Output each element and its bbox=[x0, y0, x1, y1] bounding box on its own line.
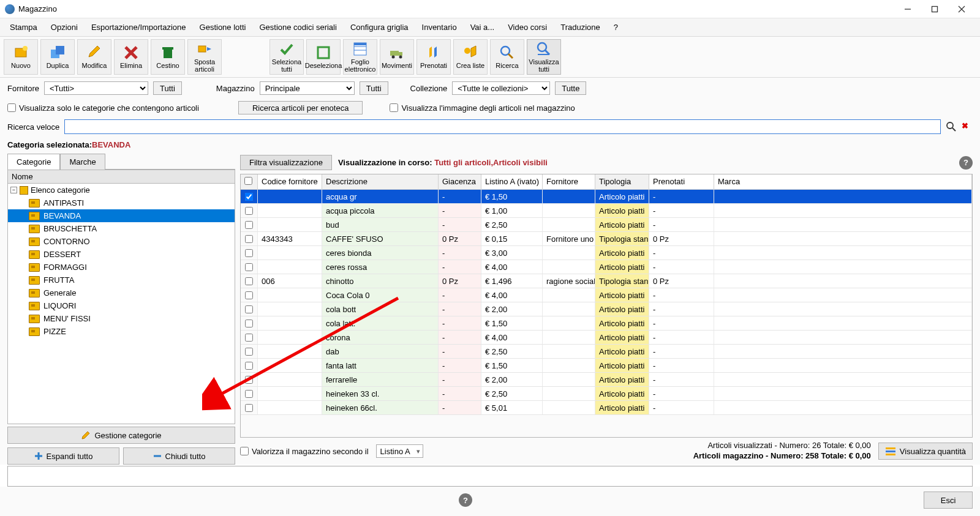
table-row[interactable]: Coca Cola 0-€ 4,00Articolo piatti- bbox=[241, 288, 972, 302]
menu-vai-a[interactable]: Vai a... bbox=[464, 20, 501, 34]
header-prenotati[interactable]: Prenotati bbox=[649, 174, 714, 189]
tool-seleziona-tutti[interactable]: Seleziona tutti bbox=[270, 39, 304, 75]
row-checkbox[interactable] bbox=[241, 316, 258, 330]
collapse-icon[interactable]: − bbox=[10, 187, 17, 193]
tool-cestino[interactable]: Cestino bbox=[151, 39, 185, 75]
tab-marche[interactable]: Marche bbox=[60, 154, 105, 170]
row-checkbox[interactable] bbox=[241, 331, 258, 344]
gestione-categorie-button[interactable]: Gestione categorie bbox=[7, 427, 235, 444]
data-grid[interactable]: Codice fornitore Descrizione Giacenza Li… bbox=[240, 174, 973, 438]
table-row[interactable]: corona-€ 4,00Articolo piatti- bbox=[241, 331, 972, 345]
header-codice[interactable]: Codice fornitore bbox=[258, 174, 322, 189]
tool-prenotati[interactable]: Prenotati bbox=[417, 39, 451, 75]
grid-body[interactable]: acqua gr-€ 1,50Articolo piatti-acqua pic… bbox=[241, 190, 972, 437]
help-icon[interactable]: ? bbox=[959, 156, 973, 170]
tree-item[interactable]: FORMAGGI bbox=[8, 261, 235, 274]
menu-opzioni[interactable]: Opzioni bbox=[45, 20, 84, 34]
row-checkbox[interactable] bbox=[241, 218, 258, 231]
table-row[interactable]: cola latt.-€ 1,50Articolo piatti- bbox=[241, 316, 972, 331]
tab-categorie[interactable]: Categorie bbox=[7, 154, 60, 170]
menu-video-corsi[interactable]: Video corsi bbox=[502, 20, 553, 34]
header-giacenza[interactable]: Giacenza bbox=[439, 174, 481, 189]
table-row[interactable]: acqua gr-€ 1,50Articolo piatti- bbox=[241, 190, 972, 204]
table-row[interactable]: ferrarelle-€ 2,00Articolo piatti- bbox=[241, 373, 972, 387]
tool-movimenti[interactable]: Movimenti bbox=[380, 39, 414, 75]
listino-select[interactable]: Listino A bbox=[376, 444, 423, 458]
tool-crea-liste[interactable]: Crea liste bbox=[453, 39, 488, 75]
menu-traduzione[interactable]: Traduzione bbox=[554, 20, 606, 34]
row-checkbox[interactable] bbox=[241, 302, 258, 316]
row-checkbox[interactable] bbox=[241, 232, 258, 245]
fornitore-select[interactable]: <Tutti> bbox=[44, 81, 148, 95]
menu-gestione-codici[interactable]: Gestione codici seriali bbox=[253, 20, 342, 34]
tree-item[interactable]: Generale bbox=[8, 286, 235, 299]
clear-search-icon[interactable]: ✖ bbox=[962, 121, 973, 132]
row-checkbox[interactable] bbox=[241, 401, 258, 414]
table-row[interactable]: ceres rossa-€ 4,00Articolo piatti- bbox=[241, 260, 972, 274]
tree-item[interactable]: BEVANDA bbox=[8, 209, 235, 222]
tool-nuovo[interactable]: Nuovo bbox=[4, 39, 38, 75]
visualizza-quantita-button[interactable]: Visualizza quantità bbox=[878, 443, 973, 460]
tree-item[interactable]: LIQUORI bbox=[8, 299, 235, 312]
magazzino-tutti-button[interactable]: Tutti bbox=[360, 81, 388, 95]
category-tree[interactable]: − Elenco categorie ANTIPASTIBEVANDABRUSC… bbox=[7, 184, 235, 424]
chiudi-tutto-button[interactable]: Chiudi tutto bbox=[123, 447, 235, 465]
quick-search-input[interactable] bbox=[64, 119, 941, 134]
row-checkbox[interactable] bbox=[241, 359, 258, 372]
menu-stampa[interactable]: Stampa bbox=[4, 20, 43, 34]
row-checkbox[interactable] bbox=[241, 246, 258, 260]
table-row[interactable]: 4343343CAFFE' SFUSO0 Pz€ 0,15Fornitore u… bbox=[241, 232, 972, 246]
filtra-visualizzazione-button[interactable]: Filtra visualizzazione bbox=[240, 155, 332, 170]
visualizza-img-checkbox[interactable]: Visualizza l'immagine degli articoli nel… bbox=[390, 103, 575, 113]
esci-button[interactable]: Esci bbox=[924, 492, 973, 509]
table-row[interactable]: dab-€ 2,50Articolo piatti- bbox=[241, 345, 972, 359]
table-row[interactable]: heineken 66cl.-€ 5,01Articolo piatti- bbox=[241, 401, 972, 415]
tool-modifica[interactable]: Modifica bbox=[77, 39, 111, 75]
header-fornitore[interactable]: Fornitore bbox=[543, 174, 595, 189]
valorizza-checkbox[interactable]: Valorizza il magazzino secondo il bbox=[240, 447, 369, 456]
collezione-select[interactable]: <Tutte le collezioni> bbox=[452, 81, 550, 95]
espandi-tutto-button[interactable]: Espandi tutto bbox=[7, 447, 119, 465]
close-button[interactable] bbox=[948, 0, 975, 18]
search-icon[interactable] bbox=[946, 121, 957, 132]
menu-gestione-lotti[interactable]: Gestione lotti bbox=[194, 20, 252, 34]
row-checkbox[interactable] bbox=[241, 274, 258, 288]
tree-item[interactable]: FRUTTA bbox=[8, 274, 235, 286]
tree-item[interactable]: BRUSCHETTA bbox=[8, 222, 235, 235]
row-checkbox[interactable] bbox=[241, 288, 258, 302]
tree-item[interactable]: DESSERT bbox=[8, 248, 235, 261]
menu-inventario[interactable]: Inventario bbox=[416, 20, 463, 34]
menu-esportazione[interactable]: Esportazione/Importazione bbox=[85, 20, 192, 34]
visualizza-solo-checkbox[interactable]: Visualizza solo le categorie che conteng… bbox=[7, 103, 199, 113]
collezione-tutte-button[interactable]: Tutte bbox=[555, 81, 586, 95]
row-checkbox[interactable] bbox=[241, 204, 258, 217]
row-checkbox[interactable] bbox=[241, 373, 258, 386]
tool-deseleziona[interactable]: Deseleziona bbox=[306, 39, 341, 75]
tree-item[interactable]: PIZZE bbox=[8, 325, 235, 338]
header-descrizione[interactable]: Descrizione bbox=[322, 174, 439, 189]
table-row[interactable]: 006chinotto0 Pz€ 1,496ragione socialeTip… bbox=[241, 274, 972, 288]
table-row[interactable]: acqua piccola-€ 1,00Articolo piatti- bbox=[241, 204, 972, 218]
tool-visualizza-tutti[interactable]: Visualizza tutti bbox=[527, 39, 561, 75]
maximize-button[interactable] bbox=[921, 0, 948, 18]
fornitore-tutti-button[interactable]: Tutti bbox=[153, 81, 182, 95]
help-icon-bottom[interactable]: ? bbox=[459, 493, 472, 507]
ricerca-enoteca-button[interactable]: Ricerca articoli per enoteca bbox=[238, 101, 363, 114]
row-checkbox[interactable] bbox=[241, 260, 258, 274]
header-listino[interactable]: Listino A (ivato) bbox=[481, 174, 543, 189]
tree-item[interactable]: MENU' FISSI bbox=[8, 312, 235, 325]
minimize-button[interactable] bbox=[894, 0, 921, 18]
tool-ricerca[interactable]: Ricerca bbox=[490, 39, 524, 75]
table-row[interactable]: bud-€ 2,50Articolo piatti- bbox=[241, 218, 972, 232]
tool-foglio[interactable]: Foglio elettronico bbox=[343, 39, 377, 75]
magazzino-select[interactable]: Principale bbox=[260, 81, 355, 95]
header-marca[interactable]: Marca bbox=[714, 174, 972, 189]
table-row[interactable]: heineken 33 cl.-€ 2,50Articolo piatti- bbox=[241, 387, 972, 401]
table-row[interactable]: cola bott-€ 2,00Articolo piatti- bbox=[241, 302, 972, 316]
header-tipologia[interactable]: Tipologia bbox=[595, 174, 649, 189]
row-checkbox[interactable] bbox=[241, 190, 258, 203]
menu-help[interactable]: ? bbox=[608, 20, 624, 34]
row-checkbox[interactable] bbox=[241, 387, 258, 400]
header-checkbox[interactable] bbox=[241, 174, 258, 189]
row-checkbox[interactable] bbox=[241, 345, 258, 358]
